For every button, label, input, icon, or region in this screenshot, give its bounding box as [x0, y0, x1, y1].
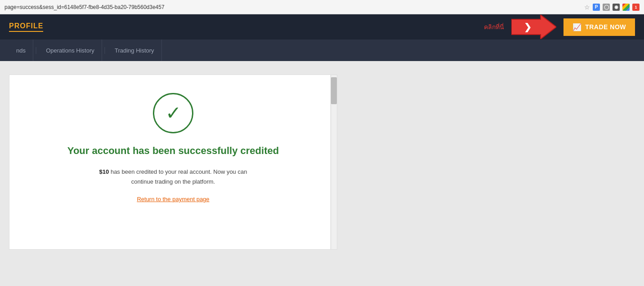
scrollbar-thumb[interactable]	[331, 77, 337, 104]
success-title: Your account has been successfully credi…	[67, 144, 279, 158]
success-desc-text: has been credited to your real account. …	[111, 168, 247, 185]
checkmark-icon: ✓	[165, 104, 181, 123]
svg-marker-0	[511, 15, 556, 39]
success-circle: ✓	[153, 93, 193, 133]
url-text: page=success&sess_id=6148e5f7-fbe8-4d35-…	[4, 4, 584, 10]
trade-now-label: TRADE NOW	[585, 23, 626, 31]
panel-inner: ✓ Your account has been successfully cre…	[9, 75, 337, 220]
sub-nav: nds | Operations History | Trading Histo…	[0, 40, 644, 61]
trade-icon: 📈	[572, 23, 582, 31]
sub-nav-label-operations: Operations History	[46, 47, 94, 54]
browser-icons: ☆ P ◯ ◉ 1	[584, 4, 640, 11]
success-description: $10 has been credited to your real accou…	[88, 167, 259, 187]
scrollbar[interactable]	[331, 75, 337, 249]
bookmark-icon[interactable]: ☆	[584, 4, 590, 11]
svg-text:❯: ❯	[524, 22, 532, 32]
extension-icon-3[interactable]: ◉	[613, 4, 620, 11]
extension-icon-5[interactable]: 1	[632, 4, 640, 11]
extension-icon-2[interactable]: ◯	[603, 4, 610, 11]
extension-icon-4[interactable]	[622, 4, 630, 11]
sub-nav-item-trading[interactable]: Trading History	[107, 40, 162, 61]
main-content: ✓ Your account has been successfully cre…	[0, 61, 644, 286]
extension-icon-1[interactable]: P	[593, 4, 600, 11]
sub-nav-item-operations[interactable]: Operations History	[39, 40, 102, 61]
top-nav: PROFILE คลิกที่นี่ ❯ 📈 TRADE NOW	[0, 14, 644, 40]
sub-nav-item-funds[interactable]: nds	[9, 40, 33, 61]
address-bar: page=success&sess_id=6148e5f7-fbe8-4d35-…	[0, 0, 644, 14]
trade-now-button[interactable]: 📈 TRADE NOW	[564, 18, 635, 36]
profile-link[interactable]: PROFILE	[9, 22, 43, 32]
sub-nav-label-funds: nds	[16, 47, 26, 54]
return-to-payment-link[interactable]: Return to the payment page	[137, 196, 209, 202]
nav-right: คลิกที่นี่ ❯ 📈 TRADE NOW	[484, 15, 635, 39]
click-here-text[interactable]: คลิกที่นี่	[484, 22, 504, 32]
nav-divider-2: |	[102, 46, 107, 54]
content-panel: ✓ Your account has been successfully cre…	[9, 75, 337, 250]
nav-divider-1: |	[33, 46, 39, 54]
credit-amount: $10	[99, 168, 109, 175]
red-arrow-svg: ❯	[511, 15, 556, 39]
sub-nav-label-trading: Trading History	[115, 47, 154, 54]
red-arrow-annotation: ❯	[511, 15, 556, 39]
